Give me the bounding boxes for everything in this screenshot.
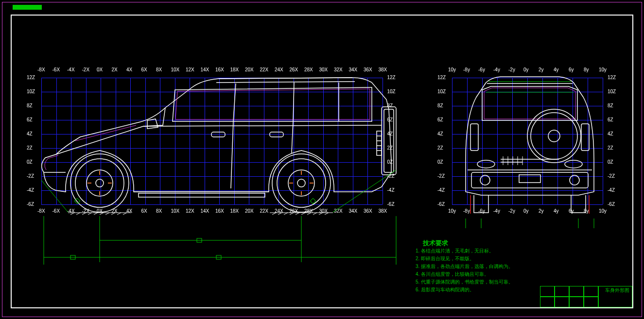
svg-line-18 <box>307 213 311 215</box>
rear-y-top-tick: 2y <box>539 67 544 72</box>
svg-line-5 <box>88 213 92 215</box>
svg-point-63 <box>477 160 495 168</box>
rear-z-left-tick: 12Z <box>437 75 446 80</box>
side-z-left-tick: 12Z <box>27 75 35 80</box>
side-x-top-tick: 22X <box>260 67 269 72</box>
side-x-top-tick: 18X <box>230 67 239 72</box>
svg-rect-72 <box>519 175 540 183</box>
tech-item: 2. 即碎后台现见，不能版。 <box>416 255 474 262</box>
side-z-left-tick: -6Z <box>27 201 34 207</box>
svg-point-57 <box>548 130 560 142</box>
svg-rect-46 <box>384 109 394 172</box>
side-view-suv <box>41 73 420 228</box>
rear-z-left-tick: 8Z <box>437 103 443 108</box>
svg-point-62 <box>570 175 579 185</box>
side-x-top-tick: 20X <box>245 67 254 72</box>
svg-rect-52 <box>139 193 265 197</box>
tech-requirements-title: 技术要求 <box>423 239 448 248</box>
side-x-top-tick: 16X <box>215 67 224 72</box>
svg-rect-43 <box>211 132 225 137</box>
side-z-left-tick: -4Z <box>27 187 34 193</box>
tech-item: 3. 据准后，各劲点端片后，选落，白调构为。 <box>416 263 513 270</box>
rear-y-top-tick: -8y <box>463 67 470 72</box>
svg-line-2 <box>70 213 74 215</box>
svg-line-4 <box>82 213 86 215</box>
svg-line-14 <box>284 213 288 215</box>
svg-line-11 <box>123 213 127 215</box>
tech-item: 6. 后影度与车动构院调的。 <box>416 286 474 293</box>
side-x-top-tick: 4X <box>126 67 132 72</box>
svg-line-15 <box>290 213 294 215</box>
svg-point-31 <box>277 159 326 207</box>
side-x-top-tick: -6X <box>52 67 60 72</box>
svg-line-9 <box>111 213 115 215</box>
rear-y-top-tick: 10y <box>448 67 456 72</box>
side-x-top-tick: -4X <box>67 67 75 72</box>
svg-point-30 <box>272 154 331 212</box>
rear-z-left-tick: 6Z <box>437 117 443 122</box>
rear-z-left-tick: 0Z <box>437 159 443 165</box>
rear-y-top-tick: -2y <box>508 67 515 72</box>
svg-line-42 <box>292 121 293 153</box>
drawing-title: 车身外形图 <box>605 287 629 294</box>
rear-y-top-tick: 10y <box>599 67 607 72</box>
side-x-top-tick: 0X <box>97 67 103 72</box>
rear-view-suv <box>447 73 612 228</box>
tech-item: 1. 各结点端片清，无毛刺，无目标。 <box>416 248 494 254</box>
side-x-top-tick: 36X <box>364 67 372 72</box>
tech-item: 4. 各川点组度管，比较确且可靠。 <box>416 271 489 278</box>
rear-z-left-tick: -6Z <box>437 201 445 207</box>
svg-line-3 <box>76 213 80 215</box>
side-x-top-tick: 28X <box>304 67 313 72</box>
side-x-top-tick: 12X <box>186 67 194 72</box>
rear-z-left-tick: 4Z <box>437 131 443 136</box>
svg-point-55 <box>527 109 581 163</box>
rear-y-top-tick: 8y <box>584 67 589 72</box>
svg-rect-59 <box>581 124 589 151</box>
side-x-top-tick: 10X <box>171 67 180 72</box>
side-z-left-tick: 6Z <box>27 117 33 122</box>
rear-z-left-tick: -2Z <box>437 173 445 179</box>
rear-y-top-tick: 0y <box>523 67 529 72</box>
svg-line-13 <box>278 213 282 215</box>
side-z-left-tick: 10Z <box>27 89 35 94</box>
side-x-top-tick: 24X <box>275 67 283 72</box>
svg-rect-58 <box>470 124 478 151</box>
svg-line-8 <box>105 213 109 215</box>
rear-z-left-tick: -4Z <box>437 187 445 193</box>
svg-point-64 <box>565 160 582 168</box>
side-z-left-tick: 4Z <box>27 131 33 136</box>
side-z-left-tick: -2Z <box>27 173 34 179</box>
side-z-left-tick: 0Z <box>27 159 33 165</box>
rear-y-top-tick: 6y <box>569 67 574 72</box>
title-block: 车身外形图 <box>540 286 632 307</box>
svg-line-41 <box>231 121 233 188</box>
side-x-top-tick: 26X <box>290 67 298 72</box>
side-x-top-tick: 2X <box>112 67 118 72</box>
side-z-left-tick: 2Z <box>27 145 33 151</box>
side-x-top-tick: -2X <box>82 67 90 72</box>
svg-point-25 <box>96 179 104 187</box>
svg-line-17 <box>301 213 305 215</box>
tech-item: 5. 代重子源体院调的，书给度管，制当可靠。 <box>416 279 513 285</box>
side-x-top-tick: 6X <box>141 67 147 72</box>
side-x-top-tick: -8X <box>37 67 45 72</box>
side-x-top-tick: 32X <box>334 67 343 72</box>
svg-line-16 <box>296 213 299 215</box>
rear-z-left-tick: 2Z <box>437 145 443 151</box>
svg-line-12 <box>272 213 276 215</box>
svg-line-6 <box>94 213 98 215</box>
side-x-top-tick: 8X <box>156 67 162 72</box>
side-x-top-tick: 34X <box>349 67 358 72</box>
svg-line-20 <box>319 213 323 215</box>
svg-point-56 <box>531 113 577 159</box>
side-x-top-tick: 38X <box>379 67 387 72</box>
svg-rect-44 <box>270 132 283 137</box>
rear-y-top-tick: 4y <box>554 67 559 72</box>
svg-line-10 <box>117 213 121 215</box>
svg-rect-47 <box>377 131 382 155</box>
svg-point-22 <box>70 154 129 212</box>
rear-y-top-tick: -4y <box>493 67 500 72</box>
rear-z-left-tick: 10Z <box>437 89 446 94</box>
side-x-top-tick: 30X <box>319 67 328 72</box>
